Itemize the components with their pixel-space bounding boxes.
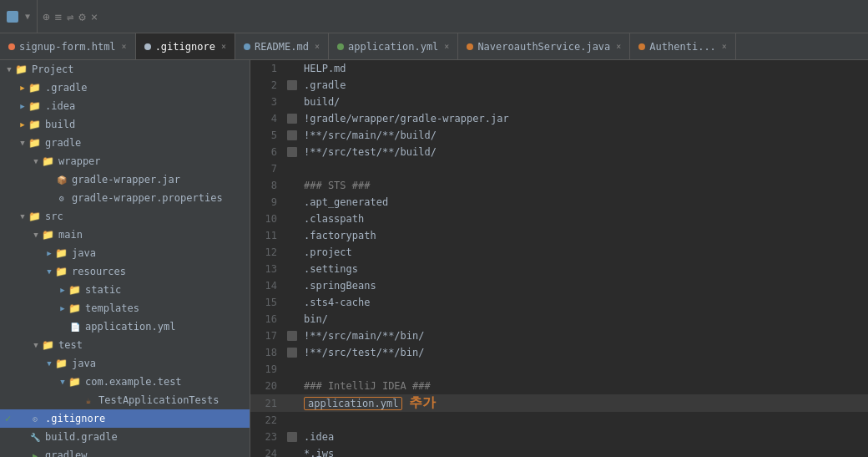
item-label: java (72, 247, 96, 259)
tab-label: Authenti... (649, 41, 715, 53)
layout-icon[interactable]: ⊕ (43, 10, 49, 23)
sidebar-item-java2-folder[interactable]: ▼📁java (0, 354, 250, 373)
item-label: java (72, 358, 96, 369)
line-content: !**/src/main/**/build/ (300, 129, 868, 141)
sidebar-item-com-folder[interactable]: ▼📁com.example.test (0, 373, 250, 391)
main-content: ▼📁Project▶📁.gradle▶📁.idea▶📁build▼📁gradle… (0, 60, 868, 457)
chevron-icon: ▶ (57, 302, 68, 314)
line-content: !gradle/wrapper/gradle-wrapper.jar (300, 113, 868, 124)
sidebar-item-idea-folder[interactable]: ▶📁.idea (0, 97, 250, 115)
sidebar-item-templates-folder[interactable]: ▶📁templates (0, 299, 250, 317)
line-number: 7 (250, 163, 284, 175)
sidebar-item-resources-folder[interactable]: ▼📁resources (0, 262, 250, 281)
line-content: build/ (300, 96, 868, 108)
item-label: build (45, 119, 75, 130)
line-number: 24 (250, 448, 284, 457)
tab-close-icon[interactable]: × (315, 42, 320, 51)
sidebar-item-main-folder[interactable]: ▼📁main (0, 226, 250, 244)
line-number: 10 (250, 213, 284, 225)
code-line: 21 application.yml추가 (250, 394, 868, 412)
line-number: 18 (250, 347, 284, 358)
tab-gitignore[interactable]: .gitignore× (136, 33, 235, 59)
line-content: .gradle (300, 79, 868, 91)
tab-signup[interactable]: signup-form.html× (0, 33, 136, 59)
tab-close-icon[interactable]: × (722, 42, 727, 51)
sidebar-item-build-gradle[interactable]: 🔧build.gradle (0, 428, 250, 446)
line-number: 5 (250, 129, 284, 141)
line-number: 16 (250, 313, 284, 325)
project-color-icon (7, 11, 18, 23)
sidebar-item-gradle-wrapper-props[interactable]: ⚙gradle-wrapper.properties (0, 189, 250, 207)
line-content: .classpath (300, 213, 868, 225)
file-icon: 📦 (55, 174, 68, 185)
sidebar-item-wrapper-folder[interactable]: ▼📁wrapper (0, 152, 250, 170)
line-number: 12 (250, 246, 284, 258)
sidebar-item-application-yml[interactable]: 📄application.yml (0, 317, 250, 336)
tabs-bar: signup-form.html×.gitignore×README.md×ap… (0, 33, 868, 60)
sidebar-item-src-folder[interactable]: ▼📁src (0, 207, 250, 226)
sidebar-item-test-folder[interactable]: ▼📁test (0, 336, 250, 354)
sidebar-item-static-folder[interactable]: ▶📁static (0, 281, 250, 299)
item-label: .idea (45, 100, 75, 112)
spacer (17, 449, 28, 457)
folder-icon: 📁 (68, 284, 82, 296)
line-gutter (284, 432, 300, 442)
project-title[interactable]: ▼ (0, 0, 38, 33)
list-icon[interactable]: ≡ (54, 10, 61, 23)
sidebar-item-gitignore-file[interactable]: ✓⊙.gitignore (0, 409, 250, 428)
tab-color-dot (467, 43, 473, 50)
line-number: 8 (250, 180, 284, 191)
line-content: .settings (300, 263, 868, 275)
close-icon[interactable]: × (91, 10, 98, 23)
line-gutter (284, 114, 300, 124)
file-icon: 📄 (68, 321, 82, 333)
chevron-icon: ▼ (17, 211, 28, 222)
line-content: !**/src/test/**/build/ (300, 146, 868, 158)
line-number: 14 (250, 280, 284, 292)
sort-icon[interactable]: ⇌ (67, 10, 73, 23)
code-lines: 1 HELP.md 2 .gradle 3 build/ 4 !gradle/w… (250, 60, 868, 457)
tab-close-icon[interactable]: × (616, 42, 621, 51)
sidebar-item-java-folder[interactable]: ▶📁java (0, 244, 250, 262)
gutter-icon (287, 432, 297, 442)
folder-icon: 📁 (42, 339, 55, 351)
tab-label: NaveroauthService.java (477, 41, 610, 53)
code-line: 20 ### IntelliJ IDEA ### (250, 378, 868, 394)
line-number: 4 (250, 113, 284, 124)
sidebar-item-project-root[interactable]: ▼📁Project (0, 60, 250, 79)
sidebar-item-testapp-file[interactable]: ☕TestApplicationTests (0, 391, 250, 409)
item-label: gradlew (45, 449, 88, 457)
tab-close-icon[interactable]: × (122, 42, 127, 51)
tab-close-icon[interactable]: × (444, 42, 449, 51)
file-icon: 🔧 (28, 431, 42, 443)
tab-application[interactable]: application.yml× (329, 33, 458, 59)
code-area: 1 HELP.md 2 .gradle 3 build/ 4 !gradle/w… (250, 60, 868, 457)
line-content: ### IntelliJ IDEA ### (300, 380, 868, 392)
item-label: build.gradle (45, 431, 118, 443)
gear-icon[interactable]: ⚙ (78, 10, 85, 23)
item-label: .gitignore (45, 413, 105, 424)
line-content: bin/ (300, 313, 868, 325)
line-content: !**/src/test/**/bin/ (300, 347, 868, 358)
file-icon: ⚙ (55, 192, 68, 204)
code-line: 9 .apt_generated (250, 194, 868, 211)
line-content: .springBeans (300, 280, 868, 292)
sidebar-item-gradle2-folder[interactable]: ▼📁gradle (0, 134, 250, 152)
tab-naver[interactable]: NaveroauthService.java× (458, 33, 630, 59)
sidebar-item-build-folder[interactable]: ▶📁build (0, 115, 250, 134)
tab-label: application.yml (348, 41, 438, 53)
chevron-icon: ▶ (57, 284, 68, 296)
sidebar-item-gradle-folder[interactable]: ▶📁.gradle (0, 79, 250, 97)
sidebar-item-gradlew[interactable]: ▶gradlew (0, 446, 250, 457)
check-mark-icon: ✓ (5, 413, 11, 424)
tab-close-icon[interactable]: × (221, 42, 226, 51)
item-label: gradle-wrapper.jar (72, 174, 180, 185)
item-label: application.yml (85, 321, 175, 333)
tab-readme[interactable]: README.md× (235, 33, 329, 59)
code-line: 6 !**/src/test/**/build/ (250, 144, 868, 160)
tab-label: signup-form.html (19, 41, 116, 53)
sidebar-item-gradle-wrapper-jar[interactable]: 📦gradle-wrapper.jar (0, 170, 250, 189)
item-label: test (58, 339, 83, 351)
tab-authen[interactable]: Authenti...× (630, 33, 736, 59)
code-line: 16 bin/ (250, 311, 868, 328)
